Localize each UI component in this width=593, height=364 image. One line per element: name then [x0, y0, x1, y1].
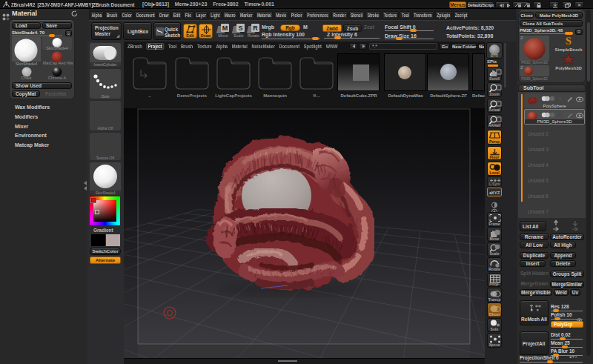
- svg-text:M: M: [222, 24, 228, 32]
- svg-text:S: S: [238, 24, 242, 32]
- svg-text:S: S: [566, 36, 572, 46]
- svg-text:R: R: [253, 24, 258, 32]
